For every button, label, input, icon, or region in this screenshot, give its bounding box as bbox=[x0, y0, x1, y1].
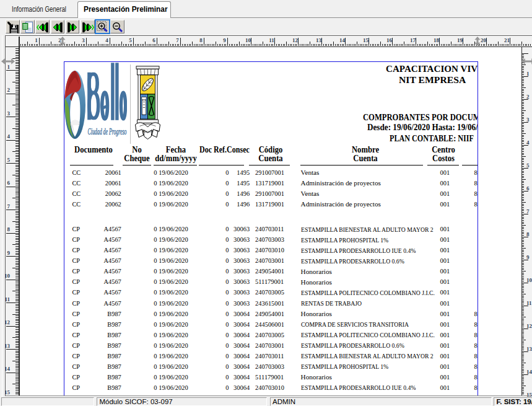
svg-text:Ciudad de Progreso: Ciudad de Progreso bbox=[87, 126, 126, 136]
svg-text:BELLO: BELLO bbox=[144, 130, 152, 133]
